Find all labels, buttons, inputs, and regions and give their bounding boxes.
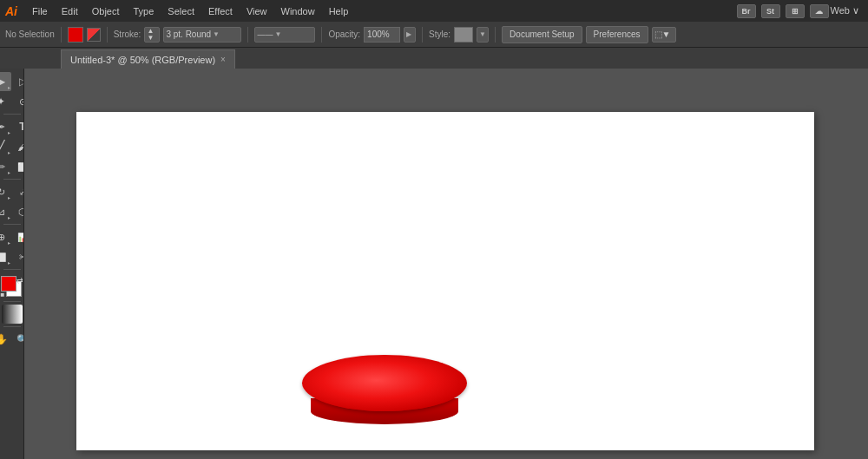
stroke-width-dropdown[interactable]: —— ▼ — [254, 27, 315, 43]
stroke-indicator — [87, 28, 101, 42]
select-tool-row: ▶ ▸ ▷ ▸ — [0, 72, 24, 91]
style-dropdown[interactable]: ▼ — [477, 27, 489, 43]
cloud-icon-btn[interactable]: ☁ — [810, 4, 829, 18]
artboard — [76, 112, 814, 450]
menu-type[interactable]: Type — [128, 4, 161, 18]
tool-div-6 — [3, 326, 21, 327]
gradient-btn[interactable]: G — [2, 305, 23, 324]
direct-select-tool[interactable]: ▷ ▸ — [12, 72, 24, 91]
lasso-tool[interactable]: ⊙ — [12, 92, 24, 111]
toolbar-sep-6 — [495, 27, 496, 43]
slice-tool[interactable]: ✂ ▸ — [12, 247, 24, 266]
rotate-tool[interactable]: ↻ ▸ — [0, 182, 11, 201]
type-tool[interactable]: T ▸ — [12, 117, 24, 136]
none-fill-btn[interactable]: □ — [0, 305, 1, 324]
menu-effect[interactable]: Effect — [202, 4, 239, 18]
pen-row: ✒ ▸ T ▸ — [0, 117, 24, 136]
toolbar-sep-5 — [422, 27, 423, 43]
reset-colors-icon[interactable]: ■ — [1, 291, 5, 298]
tool-div-2 — [3, 179, 21, 180]
color-mode-row: □ G ▦ — [0, 305, 24, 324]
canvas-area[interactable] — [24, 69, 868, 459]
style-swatch[interactable] — [454, 27, 473, 43]
pencil-row: ✏ ▸ ⬜ ▸ — [0, 157, 24, 176]
left-toolbar: ▶ ▸ ▷ ▸ ✦ ⊙ ✒ ▸ T ▸ — [0, 69, 24, 459]
menu-bar: Ai File Edit Object Type Select Effect V… — [0, 0, 868, 22]
rotate-row: ↻ ▸ ⤢ ▸ — [0, 182, 24, 201]
tab-bar: Untitled-3* @ 50% (RGB/Preview) × — [0, 48, 868, 69]
pencil-tool[interactable]: ✏ ▸ — [0, 157, 11, 176]
toolbar-sep-3 — [247, 27, 248, 43]
shape-builder-tool[interactable]: ⊕ ▸ — [0, 227, 11, 246]
hand-zoom-row: ✋ 🔍 — [0, 330, 24, 349]
document-tab[interactable]: Untitled-3* @ 50% (RGB/Preview) × — [61, 49, 235, 69]
magic-lasso-row: ✦ ⊙ — [0, 92, 24, 111]
menu-select[interactable]: Select — [161, 4, 201, 18]
tab-title: Untitled-3* @ 50% (RGB/Preview) — [70, 55, 215, 65]
magic-wand-tool[interactable]: ✦ — [0, 92, 11, 111]
artboard-row: ⬜ ▸ ✂ ▸ — [0, 247, 24, 266]
toolbar: No Selection Stroke: ▲▼ 3 pt. Round ▼ ——… — [0, 22, 868, 48]
eraser-tool[interactable]: ⬜ ▸ — [12, 157, 24, 176]
stroke-icon — [87, 28, 101, 42]
graph-tool[interactable]: 📊 ▸ — [12, 227, 24, 246]
toolbar-sep-1 — [61, 27, 62, 43]
hand-tool[interactable]: ✋ — [0, 330, 11, 349]
foreground-color-swatch[interactable] — [1, 276, 16, 292]
tool-div-3 — [3, 224, 21, 225]
color-picker-area: ⇄ ■ — [1, 276, 23, 298]
preferences-button[interactable]: Preferences — [586, 26, 648, 43]
no-selection-label: No Selection — [5, 30, 55, 39]
swap-colors-icon[interactable]: ⇄ — [16, 276, 23, 285]
toolbar-sep-4 — [321, 27, 322, 43]
opacity-input[interactable] — [364, 27, 400, 43]
menu-object[interactable]: Object — [86, 4, 126, 18]
scale-tool[interactable]: ⤢ ▸ — [12, 182, 24, 201]
free-transform-tool[interactable]: ⬡ — [12, 202, 24, 221]
grid-icon-btn[interactable]: ⊞ — [786, 4, 805, 18]
menu-help[interactable]: Help — [323, 4, 355, 18]
line-row: ╱ ▸ 🖌 ▸ — [0, 137, 24, 156]
toolbar-sep-2 — [107, 27, 108, 43]
menu-file[interactable]: File — [26, 4, 54, 18]
web-label[interactable]: Web ∨ — [831, 5, 859, 16]
fill-swatch[interactable] — [68, 27, 83, 43]
line-tool[interactable]: ╱ ▸ — [0, 137, 11, 156]
tab-close[interactable]: × — [220, 55, 226, 64]
arrange-icon[interactable]: ⬚▼ — [652, 27, 676, 43]
builder-row: ⊕ ▸ 📊 ▸ — [0, 227, 24, 246]
opacity-arrow[interactable]: ▶ — [404, 27, 416, 43]
document-setup-button[interactable]: Document Setup — [502, 26, 582, 43]
cylinder-top — [302, 355, 467, 411]
paintbrush-tool[interactable]: 🖌 ▸ — [12, 137, 24, 156]
zoom-tool[interactable]: 🔍 — [12, 330, 24, 349]
warp-row: ⊿ ▸ ⬡ — [0, 202, 24, 221]
menu-window[interactable]: Window — [275, 4, 321, 18]
stroke-label: Stroke: — [114, 30, 141, 39]
opacity-label: Opacity: — [328, 30, 360, 39]
stock-icon-btn[interactable]: St — [761, 4, 780, 18]
menu-edit[interactable]: Edit — [56, 4, 84, 18]
tool-div-1 — [3, 114, 21, 115]
style-label: Style: — [429, 30, 450, 39]
ai-logo: Ai — [5, 4, 17, 18]
artboard-tool[interactable]: ⬜ ▸ — [0, 247, 11, 266]
warp-tool[interactable]: ⊿ ▸ — [0, 202, 11, 221]
bridge-icon-btn[interactable]: Br — [737, 4, 756, 18]
stroke-size-dropdown[interactable]: 3 pt. Round ▼ — [163, 27, 241, 43]
menu-view[interactable]: View — [240, 4, 273, 18]
select-tool[interactable]: ▶ ▸ — [0, 72, 11, 91]
stroke-up-down[interactable]: ▲▼ — [144, 27, 160, 43]
pen-tool[interactable]: ✒ ▸ — [0, 117, 11, 136]
app-icons: Br St ⊞ ☁ — [737, 4, 829, 18]
main-area: ▶ ▸ ▷ ▸ ✦ ⊙ ✒ ▸ T ▸ — [0, 69, 868, 459]
tool-div-5 — [3, 301, 21, 302]
cylinder-object[interactable] — [302, 355, 467, 424]
tool-div-4 — [3, 269, 21, 270]
